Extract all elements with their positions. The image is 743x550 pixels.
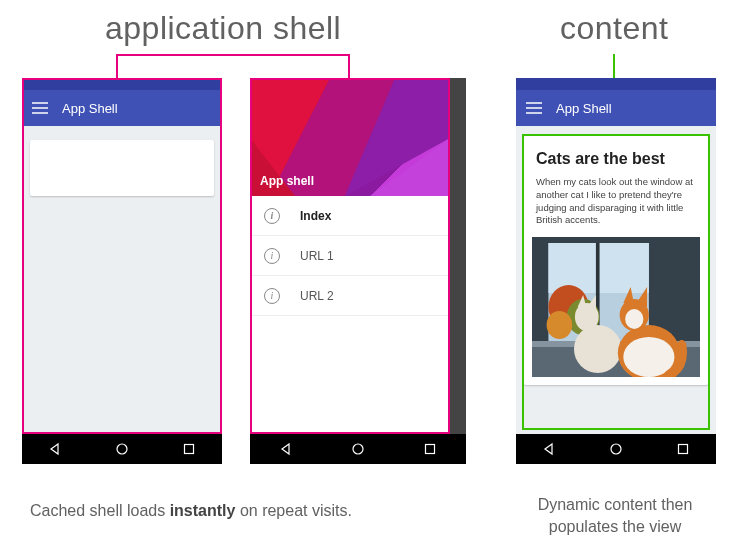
drawer-item-label: URL 1 <box>300 249 334 263</box>
appbar-title: App Shell <box>62 101 118 116</box>
drawer-item-index[interactable]: i Index <box>250 196 450 236</box>
info-icon: i <box>264 288 280 304</box>
bracket-appshell <box>348 54 350 78</box>
status-bar <box>22 78 222 90</box>
svg-rect-29 <box>678 445 687 454</box>
drawer-backdrop <box>450 78 466 434</box>
info-icon: i <box>264 248 280 264</box>
heading-content: content <box>560 10 668 47</box>
bracket-appshell <box>116 54 118 78</box>
recent-icon[interactable] <box>423 442 437 456</box>
caption-content: Dynamic content then populates the view <box>510 494 720 539</box>
svg-point-18 <box>574 325 621 373</box>
content-photo-cats <box>532 237 700 377</box>
drawer-item-url2[interactable]: i URL 2 <box>250 276 450 316</box>
android-nav-bar <box>250 434 466 464</box>
hamburger-icon[interactable] <box>32 102 48 114</box>
svg-point-0 <box>117 444 127 454</box>
content-card: Cats are the best When my cats look out … <box>524 136 708 385</box>
content-title: Cats are the best <box>524 136 708 176</box>
home-icon[interactable] <box>351 442 365 456</box>
svg-point-7 <box>353 444 363 454</box>
back-icon[interactable] <box>279 442 293 456</box>
back-icon[interactable] <box>542 442 556 456</box>
recent-icon[interactable] <box>676 442 690 456</box>
phone-content: App Shell Cats are the best When my cats… <box>516 78 716 464</box>
android-nav-bar <box>22 434 222 464</box>
recent-icon[interactable] <box>182 442 196 456</box>
svg-rect-8 <box>426 445 435 454</box>
drawer-hero-title: App shell <box>260 174 314 188</box>
home-icon[interactable] <box>115 442 129 456</box>
info-icon: i <box>264 208 280 224</box>
phone-appshell-drawer: App shell i Index i URL 1 i URL 2 <box>250 78 450 464</box>
caption-appshell: Cached shell loads instantly on repeat v… <box>30 502 352 520</box>
app-bar: App Shell <box>22 90 222 126</box>
caption-text-bold: instantly <box>170 502 236 519</box>
bracket-appshell <box>116 54 350 56</box>
drawer-item-label: URL 2 <box>300 289 334 303</box>
home-icon[interactable] <box>609 442 623 456</box>
svg-rect-1 <box>184 445 193 454</box>
svg-point-15 <box>547 311 573 339</box>
back-icon[interactable] <box>48 442 62 456</box>
status-bar <box>516 78 716 90</box>
app-bar: App Shell <box>516 90 716 126</box>
heading-application-shell: application shell <box>105 10 341 47</box>
svg-point-25 <box>625 309 643 329</box>
drawer-hero: App shell <box>250 78 450 196</box>
android-nav-bar <box>516 434 716 464</box>
content-body: When my cats look out the window at anot… <box>524 176 708 237</box>
caption-text: Cached shell loads <box>30 502 170 519</box>
appbar-title: App Shell <box>556 101 612 116</box>
hamburger-icon[interactable] <box>526 102 542 114</box>
drawer-item-label: Index <box>300 209 331 223</box>
phone-appshell-empty: App Shell <box>22 78 222 464</box>
svg-point-28 <box>611 444 621 454</box>
drawer-nav-list: i Index i URL 1 i URL 2 <box>250 196 450 316</box>
empty-card-placeholder <box>30 140 214 196</box>
drawer-item-url1[interactable]: i URL 1 <box>250 236 450 276</box>
caption-text: on repeat visits. <box>235 502 352 519</box>
